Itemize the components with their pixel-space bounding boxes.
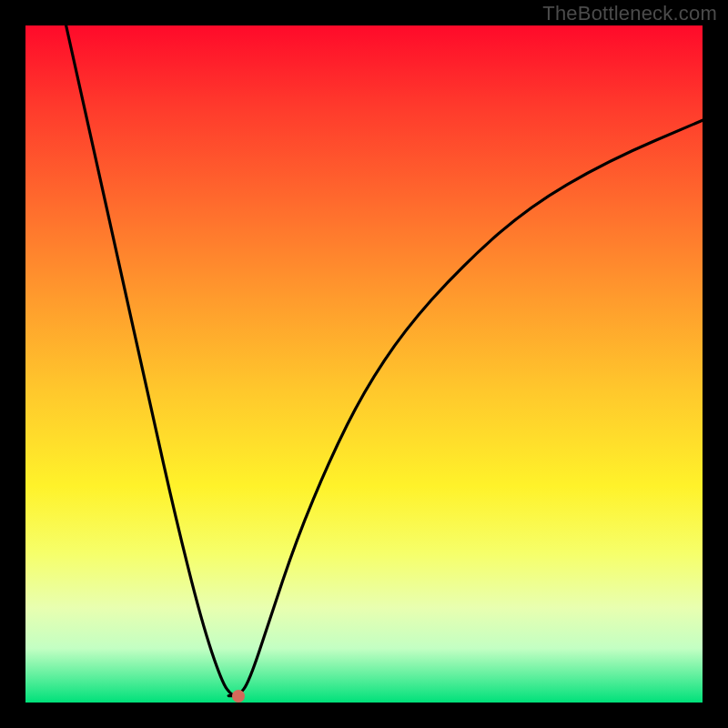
chart-marker (232, 690, 245, 703)
chart-curve (25, 25, 703, 703)
chart-plot-area (25, 25, 703, 703)
watermark-text: TheBottleneck.com (542, 2, 717, 25)
chart-frame: TheBottleneck.com (0, 0, 728, 728)
